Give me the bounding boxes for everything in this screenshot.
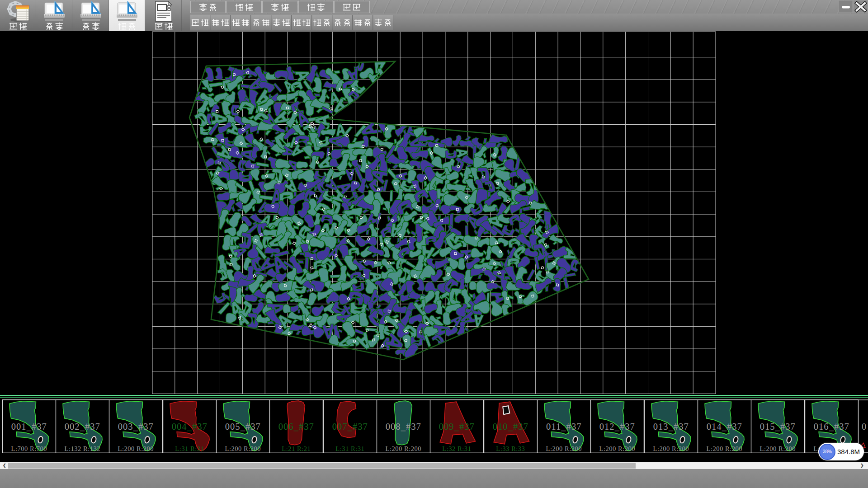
svg-text:004_#37: 004_#37 bbox=[171, 422, 207, 432]
svg-text:L:32 R:31: L:32 R:31 bbox=[442, 445, 471, 452]
svg-text:L:200 R:200: L:200 R:200 bbox=[385, 445, 421, 452]
svg-text:006_#37: 006_#37 bbox=[278, 422, 314, 432]
svg-text:0: 0 bbox=[862, 422, 866, 432]
svg-text:L:200 R:200: L:200 R:200 bbox=[706, 445, 742, 452]
svg-text:014_#37: 014_#37 bbox=[707, 422, 742, 432]
svg-text:009_#37: 009_#37 bbox=[439, 422, 475, 432]
svg-text:L:200 R:200: L:200 R:200 bbox=[653, 445, 689, 452]
svg-text:002_#37: 002_#37 bbox=[65, 422, 100, 432]
svg-text:L:132 R:132: L:132 R:132 bbox=[64, 445, 100, 452]
svg-text:L:200 R:200: L:200 R:200 bbox=[225, 445, 261, 452]
svg-text:005_#37: 005_#37 bbox=[225, 422, 261, 432]
svg-text:013_#37: 013_#37 bbox=[653, 422, 689, 432]
svg-text:L:31 R:31: L:31 R:31 bbox=[335, 445, 364, 452]
svg-text:016_#37: 016_#37 bbox=[813, 422, 849, 432]
svg-text:L:200 R:200: L:200 R:200 bbox=[546, 445, 582, 452]
svg-text:015_#37: 015_#37 bbox=[760, 422, 796, 432]
svg-text:L:200 R:200: L:200 R:200 bbox=[599, 445, 636, 452]
svg-text:L:200 R:200: L:200 R:200 bbox=[760, 445, 796, 452]
svg-text:011_#37: 011_#37 bbox=[546, 422, 581, 432]
svg-text:L:700 R:700: L:700 R:700 bbox=[11, 445, 47, 452]
svg-text:L:200 R:200: L:200 R:200 bbox=[118, 445, 154, 452]
svg-text:012_#37: 012_#37 bbox=[599, 422, 635, 432]
svg-text:007_#37: 007_#37 bbox=[332, 422, 368, 432]
svg-text:001_#37: 001_#37 bbox=[11, 422, 47, 432]
svg-text:L:33 R:33: L:33 R:33 bbox=[496, 445, 525, 452]
svg-text:010_#37: 010_#37 bbox=[492, 422, 528, 432]
svg-text:L:21 R:21: L:21 R:21 bbox=[282, 445, 311, 452]
svg-text:L:31 R:31: L:31 R:31 bbox=[175, 445, 204, 452]
svg-text:003_#37: 003_#37 bbox=[118, 422, 154, 432]
svg-text:008_#37: 008_#37 bbox=[386, 422, 421, 432]
